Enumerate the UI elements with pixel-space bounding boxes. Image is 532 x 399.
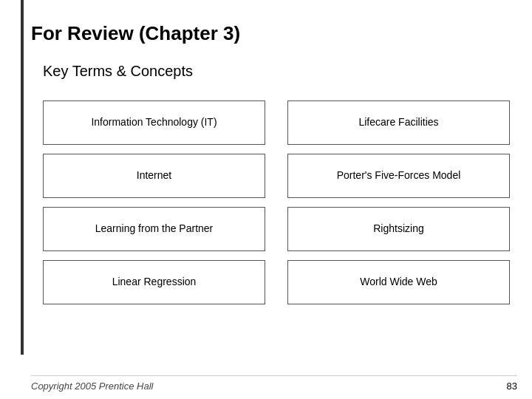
term-label-4: Porter's Five-Forces Model (337, 168, 461, 183)
term-label-2: Lifecare Facilities (358, 115, 438, 130)
subtitle: Key Terms & Concepts (43, 63, 517, 80)
term-box-7: Linear Regression (43, 260, 265, 304)
term-label-7: Linear Regression (112, 275, 197, 290)
content-area: For Review (Chapter 3) Key Terms & Conce… (31, 15, 517, 362)
term-box-3: Internet (43, 154, 265, 198)
page-container: For Review (Chapter 3) Key Terms & Conce… (0, 0, 532, 399)
term-label-1: Information Technology (IT) (91, 115, 216, 130)
terms-grid: Information Technology (IT) Lifecare Fac… (43, 100, 510, 304)
term-label-3: Internet (137, 168, 171, 183)
left-border-accent (21, 0, 24, 355)
copyright-text: Copyright 2005 Prentice Hall (31, 381, 153, 392)
term-label-5: Learning from the Partner (95, 222, 214, 236)
term-label-6: Rightsizing (373, 222, 423, 236)
term-box-2: Lifecare Facilities (287, 100, 510, 145)
term-label-8: World Wide Web (360, 275, 437, 290)
term-box-8: World Wide Web (287, 260, 510, 304)
term-box-6: Rightsizing (287, 207, 510, 251)
term-box-1: Information Technology (IT) (43, 100, 265, 145)
footer: Copyright 2005 Prentice Hall 83 (31, 375, 517, 392)
page-title: For Review (Chapter 3) (31, 22, 517, 45)
term-box-5: Learning from the Partner (43, 207, 265, 251)
page-number: 83 (507, 381, 517, 392)
term-box-4: Porter's Five-Forces Model (287, 154, 510, 198)
